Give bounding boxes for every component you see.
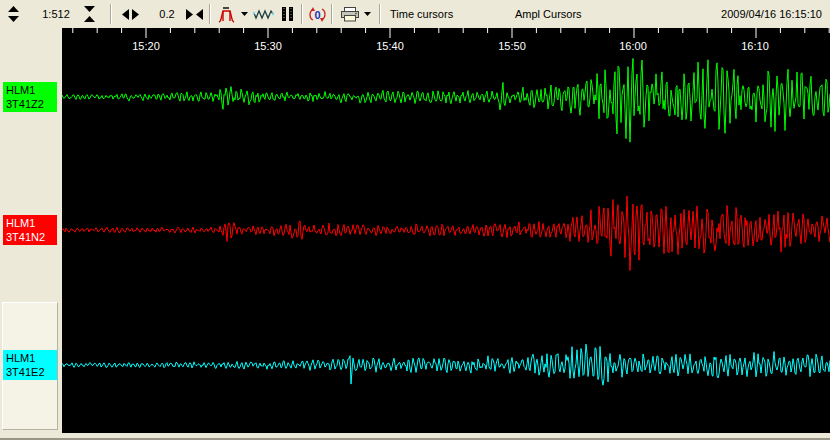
time-axis-label: 15:20 (132, 40, 160, 52)
filter-dropdown-icon (241, 12, 248, 16)
time-axis-label: 16:10 (741, 40, 769, 52)
time-cursors-button[interactable]: Time cursors (390, 0, 453, 28)
bottom-strip (0, 433, 830, 440)
waveform-plot-svg[interactable]: 15:2015:3015:4015:5016:0016:10 (62, 28, 830, 433)
amplitude-zoom-ratio: 1:512 (36, 0, 76, 28)
print-icon (340, 7, 360, 22)
channel-name: 3T41E2 (6, 365, 57, 379)
waveform-overlay-button[interactable] (253, 0, 275, 28)
trace-3T41E2 (62, 344, 830, 385)
filter-icon (217, 6, 236, 23)
time-zoom-value: 0.2 (152, 0, 182, 28)
waveform-plot[interactable]: 15:2015:3015:4015:5016:0016:10 (62, 28, 830, 433)
toolbar-separator (301, 4, 303, 24)
time-expand-button[interactable] (122, 0, 139, 28)
amplitude-compress-button[interactable] (84, 0, 95, 28)
datetime-display: 2009/04/16 16:15:10 (721, 0, 822, 28)
channel-name: 3T41N2 (6, 230, 57, 244)
toolbar: 1:512 0.2 (0, 0, 830, 28)
toolbar-separator (110, 4, 112, 24)
print-dropdown-icon (364, 12, 371, 16)
toolbar-separator (331, 4, 333, 24)
time-axis-label: 15:40 (376, 40, 404, 52)
station-name: HLM1 (6, 83, 57, 97)
filter-button[interactable] (217, 0, 236, 28)
toolbar-separator (379, 4, 381, 24)
amplitude-expand-button[interactable] (8, 0, 19, 28)
print-dropdown-button[interactable] (364, 0, 371, 28)
time-axis-label: 15:30 (254, 40, 282, 52)
channel-label-3T41N2[interactable]: HLM1 3T41N2 (3, 215, 57, 245)
trace-3T41Z2 (62, 58, 830, 142)
station-name: HLM1 (6, 351, 57, 365)
channel-label-3T41Z2[interactable]: HLM1 3T41Z2 (3, 82, 57, 112)
time-compress-button[interactable] (186, 0, 203, 28)
ampl-cursors-button[interactable]: Ampl Cursors (515, 0, 582, 28)
amplitude-expand-icon (8, 6, 19, 22)
channel-label-3T41E2[interactable]: HLM1 3T41E2 (3, 350, 57, 380)
toolbar-separator (209, 4, 211, 24)
trace-3T41N2 (62, 196, 830, 271)
time-compress-icon (186, 9, 203, 20)
seismogram-viewer-window: { "window": { "timestamp": "2009/04/16 1… (0, 0, 830, 440)
print-button[interactable] (340, 0, 360, 28)
pause-bars-icon (281, 7, 294, 21)
svg-text:0: 0 (314, 8, 320, 20)
time-axis-label: 15:50 (498, 40, 526, 52)
time-expand-icon (122, 9, 139, 20)
time-axis-label: 16:00 (619, 40, 647, 52)
filter-dropdown-button[interactable] (241, 0, 248, 28)
waveform-zigzag-icon (253, 8, 275, 21)
station-name: HLM1 (6, 216, 57, 230)
rotate-components-icon: 0 (308, 7, 327, 22)
amplitude-compress-icon (84, 6, 95, 22)
rotate-components-button[interactable]: 0 (308, 0, 327, 28)
pause-button[interactable] (281, 0, 294, 28)
channel-name: 3T41Z2 (6, 97, 57, 111)
